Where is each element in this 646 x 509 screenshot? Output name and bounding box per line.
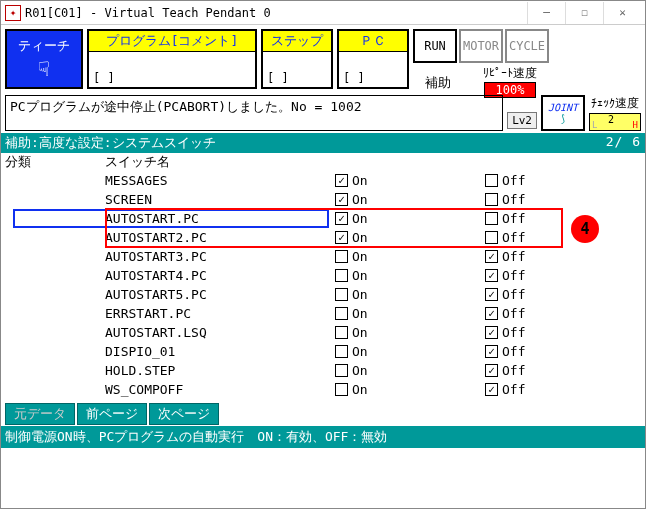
- program-box[interactable]: プログラム[コメント] [ ]: [87, 29, 257, 89]
- program-value: [ ]: [89, 52, 255, 87]
- off-checkbox[interactable]: [485, 364, 498, 377]
- row-switch-name: ERRSTART.PC: [105, 306, 335, 321]
- check-lo: L: [592, 120, 597, 130]
- off-label: Off: [502, 363, 525, 378]
- column-headers: 分類 スイッチ名: [1, 153, 645, 171]
- row-switch-name: AUTOSTART.LSQ: [105, 325, 335, 340]
- on-checkbox[interactable]: [335, 174, 348, 187]
- close-button[interactable]: ✕: [603, 2, 641, 24]
- joint-icon[interactable]: JOINT ⟆: [541, 95, 585, 131]
- off-label: Off: [502, 211, 525, 226]
- minimize-button[interactable]: ─: [527, 2, 565, 24]
- col-category: 分類: [5, 153, 105, 171]
- off-label: Off: [502, 268, 525, 283]
- hand-icon: ☟: [38, 57, 50, 81]
- on-checkbox[interactable]: [335, 326, 348, 339]
- off-label: Off: [502, 382, 525, 397]
- table-row[interactable]: WS_COMPOFFOnOff: [1, 380, 645, 399]
- pc-box[interactable]: ＰＣ [ ]: [337, 29, 409, 89]
- pc-value: [ ]: [339, 52, 407, 87]
- off-checkbox[interactable]: [485, 345, 498, 358]
- off-label: Off: [502, 249, 525, 264]
- on-checkbox[interactable]: [335, 383, 348, 396]
- on-checkbox[interactable]: [335, 212, 348, 225]
- program-label: プログラム[コメント]: [89, 31, 255, 52]
- row-switch-name: DISPIO_01: [105, 344, 335, 359]
- table-row[interactable]: AUTOSTART.PCOnOff: [1, 209, 645, 228]
- check-speed-meter[interactable]: L 2 H: [589, 113, 641, 131]
- on-checkbox[interactable]: [335, 269, 348, 282]
- table-row[interactable]: DISPIO_01OnOff: [1, 342, 645, 361]
- message-row: PCプログラムが途中停止(PCABORT)しました。No = 1002 Lv2 …: [1, 93, 645, 133]
- row-switch-name: WS_COMPOFF: [105, 382, 335, 397]
- on-label: On: [352, 192, 368, 207]
- on-label: On: [352, 249, 368, 264]
- off-checkbox[interactable]: [485, 193, 498, 206]
- off-checkbox[interactable]: [485, 307, 498, 320]
- on-checkbox[interactable]: [335, 193, 348, 206]
- orig-data-button[interactable]: 元データ: [5, 403, 75, 425]
- off-label: Off: [502, 192, 525, 207]
- on-checkbox[interactable]: [335, 231, 348, 244]
- app-icon: ✦: [5, 5, 21, 21]
- off-label: Off: [502, 325, 525, 340]
- row-switch-name: AUTOSTART.PC: [105, 211, 335, 226]
- row-switch-name: AUTOSTART3.PC: [105, 249, 335, 264]
- table-row[interactable]: AUTOSTART2.PCOnOff: [1, 228, 645, 247]
- off-label: Off: [502, 306, 525, 321]
- off-checkbox[interactable]: [485, 326, 498, 339]
- cycle-button[interactable]: CYCLE: [505, 29, 549, 63]
- page-indicator: 2/ 6: [606, 134, 641, 152]
- table-row[interactable]: HOLD.STEPOnOff: [1, 361, 645, 380]
- table-row[interactable]: AUTOSTART3.PCOnOff: [1, 247, 645, 266]
- run-button[interactable]: RUN: [413, 29, 457, 63]
- joint-label: JOINT: [548, 102, 578, 113]
- table-row[interactable]: SCREENOnOff: [1, 190, 645, 209]
- prev-page-button[interactable]: 前ページ: [77, 403, 147, 425]
- on-label: On: [352, 344, 368, 359]
- on-checkbox[interactable]: [335, 288, 348, 301]
- on-checkbox[interactable]: [335, 364, 348, 377]
- level-button[interactable]: Lv2: [507, 112, 537, 129]
- off-label: Off: [502, 344, 525, 359]
- robot-arm-icon: ⟆: [560, 113, 566, 124]
- row-switch-name: MESSAGES: [105, 173, 335, 188]
- footer-buttons: 元データ 前ページ 次ページ: [1, 403, 645, 425]
- off-checkbox[interactable]: [485, 174, 498, 187]
- row-switch-name: SCREEN: [105, 192, 335, 207]
- off-checkbox[interactable]: [485, 231, 498, 244]
- off-checkbox[interactable]: [485, 212, 498, 225]
- table-row[interactable]: AUTOSTART4.PCOnOff: [1, 266, 645, 285]
- row-switch-name: AUTOSTART2.PC: [105, 230, 335, 245]
- table-title-bar: 補助:高度な設定:システムスイッチ 2/ 6: [1, 133, 645, 153]
- col-switchname: スイッチ名: [105, 153, 335, 171]
- table-row[interactable]: ERRSTART.PCOnOff: [1, 304, 645, 323]
- off-checkbox[interactable]: [485, 288, 498, 301]
- table-row[interactable]: AUTOSTART.LSQOnOff: [1, 323, 645, 342]
- on-label: On: [352, 363, 368, 378]
- window-title: R01[C01] - Virtual Teach Pendant 0: [25, 6, 527, 20]
- check-speed-label: ﾁｪｯｸ速度: [591, 95, 639, 112]
- step-box[interactable]: ステップ [ ]: [261, 29, 333, 89]
- on-checkbox[interactable]: [335, 345, 348, 358]
- on-label: On: [352, 382, 368, 397]
- table-row[interactable]: MESSAGESOnOff: [1, 171, 645, 190]
- check-speed-box: ﾁｪｯｸ速度 L 2 H: [589, 95, 641, 131]
- next-page-button[interactable]: 次ページ: [149, 403, 219, 425]
- step-label: ステップ: [263, 31, 331, 52]
- aux-button[interactable]: 補助: [425, 74, 451, 92]
- maximize-button[interactable]: ☐: [565, 2, 603, 24]
- on-checkbox[interactable]: [335, 307, 348, 320]
- on-checkbox[interactable]: [335, 250, 348, 263]
- motor-button[interactable]: MOTOR: [459, 29, 503, 63]
- table-row[interactable]: AUTOSTART5.PCOnOff: [1, 285, 645, 304]
- off-checkbox[interactable]: [485, 269, 498, 282]
- table-title: 補助:高度な設定:システムスイッチ: [5, 134, 216, 152]
- off-checkbox[interactable]: [485, 250, 498, 263]
- pc-label: ＰＣ: [339, 31, 407, 52]
- teach-button[interactable]: ティーチ ☟: [5, 29, 83, 89]
- on-label: On: [352, 287, 368, 302]
- on-label: On: [352, 211, 368, 226]
- check-hi: H: [633, 120, 638, 130]
- off-checkbox[interactable]: [485, 383, 498, 396]
